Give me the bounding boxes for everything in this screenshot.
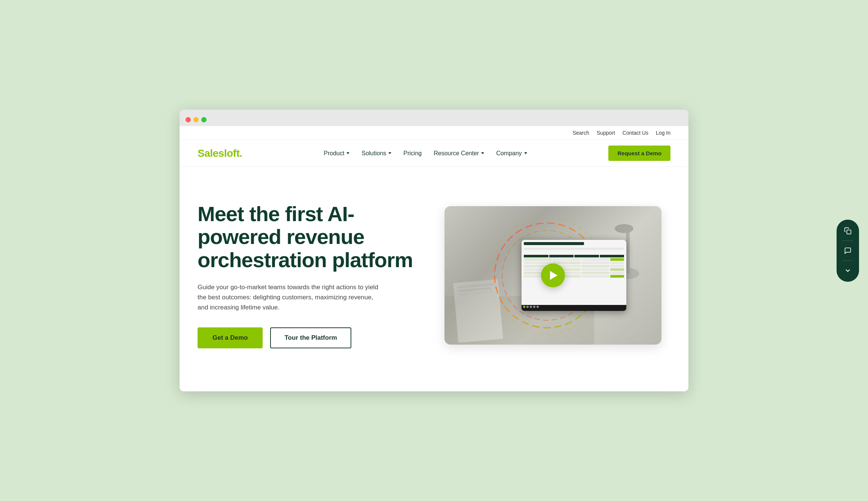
request-demo-button[interactable]: Request a Demo [608,146,670,161]
monitor-screen [522,240,626,305]
traffic-lights [186,117,207,122]
hero-heading: Meet the first AI-powered revenue orches… [198,202,415,272]
traffic-light-green[interactable] [201,117,207,122]
nav-item-product[interactable]: Product [324,150,349,157]
chevron-down-icon [524,152,527,154]
nav-label-company: Company [496,150,522,157]
nav-item-solutions[interactable]: Solutions [361,150,391,157]
chevron-down-icon [346,152,349,154]
nav-label-product: Product [324,150,344,157]
sidebar-divider-2 [843,260,853,261]
tour-platform-button[interactable]: Tour the Platform [270,327,351,348]
hero-section: Meet the first AI-powered revenue orches… [180,167,688,391]
chevron-down-icon [844,267,852,274]
hero-subtext: Guide your go-to-market teams towards th… [198,282,385,313]
get-demo-button[interactable]: Get a Demo [198,327,263,348]
nav-label-resource-center: Resource Center [434,150,479,157]
chat-icon [844,247,852,254]
copy-icon-button[interactable] [840,223,856,239]
video-container[interactable] [444,206,661,345]
copy-icon [844,227,852,235]
hero-cta-row: Get a Demo Tour the Platform [198,327,415,348]
support-link[interactable]: Support [597,130,615,136]
play-icon [550,271,557,280]
play-button[interactable] [541,263,565,287]
svg-rect-11 [847,230,851,234]
scroll-down-button[interactable] [840,262,856,279]
nav-links: Product Solutions Pricing Resource Cente… [324,150,527,157]
chevron-down-icon [388,152,391,154]
main-nav: Salesloft. Product Solutions Pricing [180,140,688,167]
nav-label-pricing: Pricing [403,150,422,157]
chat-icon-button[interactable] [840,242,856,259]
hero-right [437,206,669,345]
logo-dot: . [239,147,242,159]
nav-label-solutions: Solutions [361,150,386,157]
svg-point-7 [615,224,633,233]
sidebar-divider-1 [843,241,853,241]
browser-chrome [180,110,688,126]
svg-rect-6 [626,229,630,274]
search-link[interactable]: Search [572,130,589,136]
contact-link[interactable]: Contact Us [623,130,648,136]
monitor-taskbar [522,305,626,309]
nav-item-company[interactable]: Company [496,150,527,157]
login-link[interactable]: Log In [656,130,670,136]
utility-bar: Search Support Contact Us Log In [180,126,688,140]
hero-left: Meet the first AI-powered revenue orches… [198,202,415,348]
chevron-down-icon [481,152,484,154]
floating-sidebar [837,220,859,282]
logo-text: Salesloft [198,147,239,159]
monitor-mockup [522,240,626,311]
logo[interactable]: Salesloft. [198,147,242,159]
browser-window: Search Support Contact Us Log In Saleslo… [180,110,688,391]
traffic-light-yellow[interactable] [193,117,199,122]
nav-item-pricing[interactable]: Pricing [403,150,422,157]
traffic-light-red[interactable] [186,117,191,122]
nav-item-resource-center[interactable]: Resource Center [434,150,484,157]
